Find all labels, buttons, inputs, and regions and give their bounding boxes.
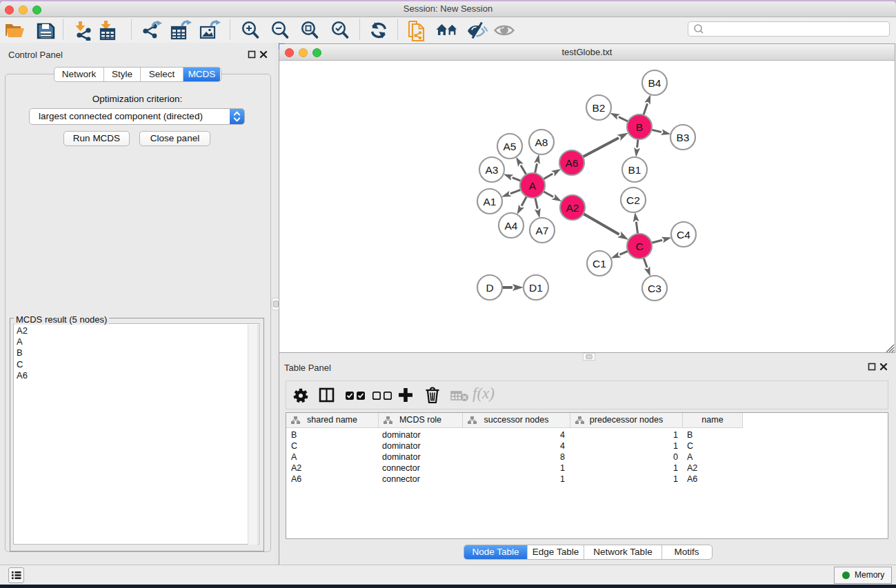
- svg-text:A4: A4: [505, 220, 518, 232]
- svg-text:C1: C1: [593, 258, 606, 270]
- svg-text:A6: A6: [566, 157, 579, 169]
- svg-text:B: B: [636, 121, 643, 133]
- svg-text:B1: B1: [628, 164, 641, 176]
- svg-text:A3: A3: [486, 164, 499, 176]
- svg-text:C4: C4: [677, 229, 690, 241]
- svg-text:A: A: [529, 180, 537, 192]
- svg-text:A5: A5: [504, 141, 517, 152]
- svg-text:A7: A7: [536, 225, 549, 236]
- svg-text:A2: A2: [566, 202, 579, 214]
- svg-text:D1: D1: [529, 282, 543, 294]
- svg-text:C: C: [635, 241, 643, 252]
- svg-text:A1: A1: [484, 196, 497, 207]
- svg-text:C2: C2: [626, 194, 640, 206]
- svg-text:D: D: [486, 282, 493, 294]
- svg-text:B3: B3: [677, 132, 690, 143]
- svg-text:C3: C3: [648, 283, 661, 294]
- svg-text:B4: B4: [648, 77, 661, 89]
- svg-text:B2: B2: [593, 102, 606, 114]
- svg-text:A8: A8: [535, 136, 548, 148]
